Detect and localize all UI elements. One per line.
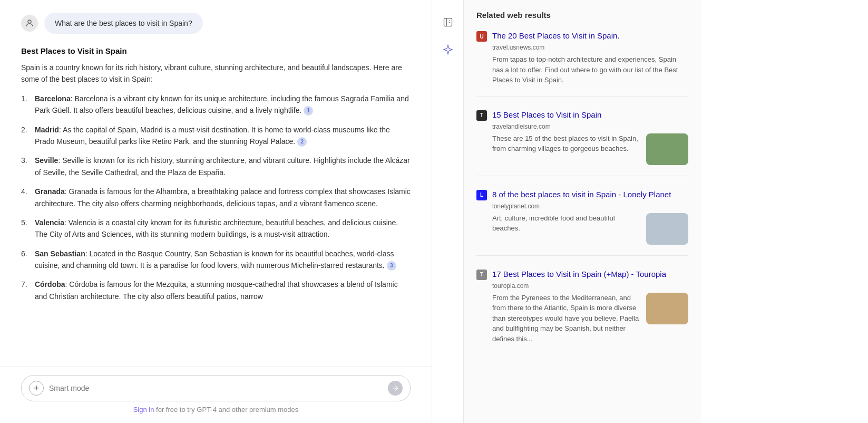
list-item: 7.Córdoba: Córdoba is famous for the Mez… bbox=[21, 278, 411, 302]
sign-in-link[interactable]: Sign in bbox=[133, 406, 154, 414]
web-result-desc: From the Pyrenees to the Mediterranean, … bbox=[492, 293, 640, 344]
avatar bbox=[21, 15, 38, 32]
web-result-desc: Art, culture, incredible food and beauti… bbox=[492, 213, 640, 245]
web-result-thumbnail bbox=[646, 213, 688, 245]
list-item: 3.Seville: Seville is known for its rich… bbox=[21, 155, 411, 178]
middle-panel bbox=[432, 0, 464, 423]
list-item: 4.Granada: Granada is famous for the Alh… bbox=[21, 186, 411, 209]
send-button[interactable] bbox=[388, 381, 403, 396]
sparkle-button[interactable] bbox=[438, 40, 457, 59]
web-result-domain: travelandleisure.com bbox=[492, 123, 688, 130]
site-icon: T bbox=[476, 110, 487, 121]
web-result: T15 Best Places to Visit in Spaintravela… bbox=[476, 109, 688, 176]
input-area: + Sign in for free to try GPT-4 and othe… bbox=[0, 366, 432, 423]
web-result: L8 of the best places to visit in Spain … bbox=[476, 189, 688, 256]
response-intro: Spain is a country known for its rich hi… bbox=[21, 62, 411, 85]
chat-panel: What are the best places to visit in Spa… bbox=[0, 0, 432, 423]
site-icon: U bbox=[476, 31, 487, 42]
web-result-domain: lonelyplanet.com bbox=[492, 203, 688, 210]
web-result: UThe 20 Best Places to Visit in Spain.tr… bbox=[476, 30, 688, 97]
web-result-desc: These are 15 of the best places to visit… bbox=[492, 133, 640, 165]
result-divider bbox=[476, 255, 688, 256]
web-results-container: UThe 20 Best Places to Visit in Spain.tr… bbox=[476, 30, 688, 344]
sidebar-toggle-button[interactable] bbox=[438, 13, 457, 32]
web-result-link[interactable]: 15 Best Places to Visit in Spain bbox=[492, 109, 601, 120]
user-bubble: What are the best places to visit in Spa… bbox=[44, 13, 203, 34]
list-item: 6.San Sebastian: Located in the Basque C… bbox=[21, 248, 411, 272]
citation-badge[interactable]: 3 bbox=[387, 261, 396, 271]
list-item: 2.Madrid: As the capital of Spain, Madri… bbox=[21, 124, 411, 148]
web-result-link[interactable]: The 20 Best Places to Visit in Spain. bbox=[492, 30, 620, 41]
web-result-domain: touropia.com bbox=[492, 282, 688, 290]
related-title: Related web results bbox=[476, 11, 688, 20]
sign-in-note: Sign in for free to try GPT-4 and other … bbox=[21, 406, 411, 418]
plus-button[interactable]: + bbox=[29, 381, 44, 396]
response-title: Best Places to Visit in Spain bbox=[21, 46, 411, 55]
chat-area: What are the best places to visit in Spa… bbox=[0, 0, 432, 366]
user-message: What are the best places to visit in Spa… bbox=[21, 13, 411, 34]
response-list: 1.Barcelona: Barcelona is a vibrant city… bbox=[21, 93, 411, 302]
list-item: 5.Valencia: Valencia is a coastal city k… bbox=[21, 217, 411, 241]
web-result-desc: From tapas to top-notch architecture and… bbox=[492, 54, 688, 85]
svg-rect-1 bbox=[444, 18, 452, 26]
site-icon: T bbox=[476, 270, 487, 280]
chat-input[interactable] bbox=[49, 384, 383, 392]
citation-badge[interactable]: 1 bbox=[304, 106, 313, 116]
ai-response: Best Places to Visit in Spain Spain is a… bbox=[21, 46, 411, 302]
result-divider bbox=[476, 96, 688, 97]
citation-badge[interactable]: 2 bbox=[297, 137, 307, 147]
right-panel: Related web results UThe 20 Best Places … bbox=[464, 0, 701, 423]
result-divider bbox=[476, 176, 688, 176]
site-icon: L bbox=[476, 190, 487, 200]
web-result-link[interactable]: 8 of the best places to visit in Spain -… bbox=[492, 189, 671, 200]
list-item: 1.Barcelona: Barcelona is a vibrant city… bbox=[21, 93, 411, 117]
web-result-thumbnail bbox=[646, 293, 688, 324]
web-result: T17 Best Places to Visit in Spain (+Map)… bbox=[476, 268, 688, 344]
web-result-thumbnail bbox=[646, 133, 688, 165]
input-box: + bbox=[21, 375, 411, 401]
web-result-domain: travel.usnews.com bbox=[492, 44, 688, 51]
svg-point-0 bbox=[28, 20, 31, 23]
web-result-link[interactable]: 17 Best Places to Visit in Spain (+Map) … bbox=[492, 268, 666, 280]
